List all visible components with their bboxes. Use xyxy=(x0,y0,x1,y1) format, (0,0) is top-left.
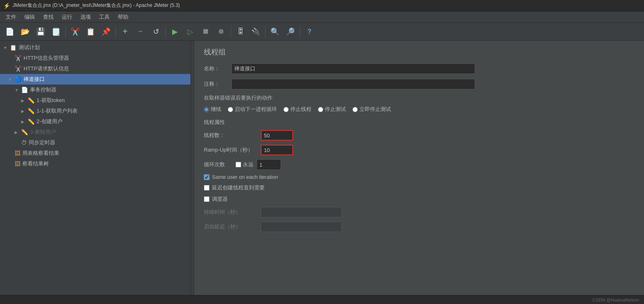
thread-props-label: 线程属性 xyxy=(204,119,634,126)
loop-forever-checkbox[interactable] xyxy=(236,162,241,167)
toolbar-run-nopause-btn[interactable]: ▷ xyxy=(183,24,198,39)
toolbar-shutdown-btn[interactable]: ⏺ xyxy=(214,24,229,39)
toolbar: 📄 📂 💾 🗒️ ✂️ 📋 📌 + − ↺ ▶ ▷ ⏹ ⏺ 🎛 🔌 🔍 🔎 ? xyxy=(0,23,644,41)
toolbar-cut-btn[interactable]: ✂️ xyxy=(68,24,82,39)
sidebar-item-transaction-ctrl[interactable]: ▼ 📄 事务控制器 xyxy=(0,85,190,95)
toolbar-open-btn[interactable]: 📂 xyxy=(18,24,32,39)
toolbar-saveas-btn[interactable]: 🗒️ xyxy=(49,24,63,39)
statusbar: CSDN @NoamaNelson xyxy=(0,295,644,304)
scheduler-text: 调度器 xyxy=(212,195,228,203)
radio-stop-test[interactable]: 停止测试 xyxy=(318,106,346,113)
radio-stop-immediate[interactable]: 立即停止测试 xyxy=(352,106,391,113)
toolbar-run-btn[interactable]: ▶ xyxy=(168,24,182,39)
sidebar-item-tree-result[interactable]: 🖼 察看结果树 xyxy=(0,159,190,169)
resize-handle[interactable]: ⋮ xyxy=(191,41,194,295)
loop-label: 循环次数 xyxy=(204,161,232,168)
duration-input[interactable] xyxy=(261,207,342,217)
label-table-result: 用表格察看结果 xyxy=(22,150,59,157)
label-http-defaults: HTTP请求默认信息 xyxy=(24,65,69,72)
toolbar-paste-btn[interactable]: 📌 xyxy=(99,24,113,39)
same-user-label[interactable]: Same user on each iteration xyxy=(204,174,278,180)
toolbar-remove-btn[interactable]: − xyxy=(133,24,148,39)
name-label: 名称： xyxy=(204,65,228,72)
sidebar-item-table-result[interactable]: 🖼 用表格察看结果 xyxy=(0,148,190,159)
thread-count-row: 线程数： xyxy=(204,130,634,141)
sidebar-item-chandao[interactable]: ▼ 🔵 禅道接口 xyxy=(0,74,190,85)
icon-sync-timer: ⏱ xyxy=(21,139,27,146)
menu-item-工具[interactable]: 工具 xyxy=(95,12,114,22)
radio-continue-input[interactable] xyxy=(204,107,209,112)
delay-create-checkbox[interactable] xyxy=(204,185,210,191)
label-delete-user: 3-删除用户 xyxy=(30,128,56,136)
toolbar-remote-start-btn[interactable]: 🎛 xyxy=(233,24,248,39)
label-create-user: 2-创建用户 xyxy=(37,118,63,125)
scheduler-checkbox[interactable] xyxy=(204,196,210,202)
radio-start-next-label: 启动下一进程循环 xyxy=(235,106,277,113)
toolbar-new-btn[interactable]: 📄 xyxy=(2,24,17,39)
name-input[interactable] xyxy=(231,63,475,74)
action-radio-group: 继续 启动下一进程循环 停止线程 停止测试 立即停止测试 xyxy=(204,106,634,113)
toolbar-search-btn[interactable]: 🔍 xyxy=(268,24,282,39)
menu-item-查找[interactable]: 查找 xyxy=(39,12,58,22)
duration-label: 持续时间（秒） xyxy=(204,208,261,216)
toolbar-add-btn[interactable]: + xyxy=(118,24,132,39)
radio-stop-test-input[interactable] xyxy=(318,107,323,112)
scheduler-label[interactable]: 调度器 xyxy=(204,195,228,203)
rampup-input[interactable] xyxy=(261,145,293,155)
label-tree-result: 察看结果树 xyxy=(22,160,49,167)
toolbar-help-btn[interactable]: ? xyxy=(302,24,317,39)
sidebar-item-test-plan[interactable]: ▼ 📋 测试计划 xyxy=(0,42,190,53)
sidebar-item-get-token[interactable]: ▶ ✏️ 1-获取token xyxy=(0,95,190,106)
radio-stop-thread[interactable]: 停止线程 xyxy=(283,106,311,113)
sidebar-item-get-users[interactable]: ▶ ✏️ 1-1-获取用户列表 xyxy=(0,106,190,116)
menu-item-帮助[interactable]: 帮助 xyxy=(114,12,132,22)
label-chandao: 禅道接口 xyxy=(24,76,45,83)
radio-continue[interactable]: 继续 xyxy=(204,106,221,113)
thread-count-input[interactable] xyxy=(261,130,293,141)
menu-item-文件[interactable]: 文件 xyxy=(2,12,20,22)
toolbar-sep-2 xyxy=(115,26,116,37)
sidebar-item-delete-user[interactable]: ▶ ✏️ 3-删除用户 xyxy=(0,127,190,137)
loop-value-input[interactable] xyxy=(257,159,281,170)
same-user-row: Same user on each iteration xyxy=(204,174,634,180)
loop-forever-label[interactable]: 永远 xyxy=(236,161,253,168)
toolbar-search2-btn[interactable]: 🔎 xyxy=(283,24,298,39)
sidebar-item-http-header[interactable]: ✂️ HTTP信息头管理器 xyxy=(0,53,190,63)
toolbar-save-btn[interactable]: 💾 xyxy=(33,24,48,39)
radio-start-next-input[interactable] xyxy=(228,107,233,112)
icon-get-token: ✏️ xyxy=(28,97,35,104)
toolbar-copy-btn[interactable]: 📋 xyxy=(83,24,98,39)
menu-item-编辑[interactable]: 编辑 xyxy=(20,12,39,22)
icon-http-header: ✂️ xyxy=(15,55,22,61)
panel-title: 线程组 xyxy=(204,47,634,57)
comment-input[interactable] xyxy=(231,79,475,89)
same-user-text: Same user on each iteration xyxy=(212,174,278,180)
radio-stop-thread-input[interactable] xyxy=(283,107,289,112)
toolbar-sep-3 xyxy=(165,26,166,37)
sidebar-item-http-defaults[interactable]: ✂️ HTTP请求默认信息 xyxy=(0,63,190,74)
delay-create-text: 延迟创建线程直到需要 xyxy=(212,184,265,191)
radio-stop-immediate-input[interactable] xyxy=(352,107,358,112)
icon-delete-user: ✏️ xyxy=(21,129,28,135)
same-user-checkbox[interactable] xyxy=(204,174,210,180)
sidebar-tree: ▼ 📋 测试计划 ✂️ HTTP信息头管理器 ✂️ HTTP请求默认信息 ▼ 🔵… xyxy=(0,41,191,295)
sidebar-item-create-user[interactable]: ▶ ✏️ 2-创建用户 xyxy=(0,116,190,127)
main-layout: ▼ 📋 测试计划 ✂️ HTTP信息头管理器 ✂️ HTTP请求默认信息 ▼ 🔵… xyxy=(0,41,644,295)
start-delay-input[interactable] xyxy=(261,221,342,232)
titlebar: ⚡ JMeter集合点.jmx (D:\A_jmeter_test\JMeter… xyxy=(0,0,644,11)
menu-item-选项[interactable]: 选项 xyxy=(76,12,95,22)
toolbar-stop-btn[interactable]: ⏹ xyxy=(199,24,213,39)
toolbar-clear-btn[interactable]: ↺ xyxy=(149,24,163,39)
content-panel: 线程组 名称： 注释： 在取样器错误后要执行的动作 继续 启动下一进程循环 停止 xyxy=(194,41,644,295)
label-sync-timer: 同步定时器 xyxy=(29,139,55,146)
radio-start-next[interactable]: 启动下一进程循环 xyxy=(228,106,277,113)
start-delay-label: 启动延迟（秒） xyxy=(204,223,261,230)
thread-count-label: 线程数： xyxy=(204,132,261,139)
icon-test-plan: 📋 xyxy=(10,44,17,51)
label-get-users: 1-1-获取用户列表 xyxy=(37,107,78,115)
delay-create-label[interactable]: 延迟创建线程直到需要 xyxy=(204,184,265,191)
comment-label: 注释： xyxy=(204,80,228,88)
menu-item-运行[interactable]: 运行 xyxy=(58,12,76,22)
toolbar-remote-stop-btn[interactable]: 🔌 xyxy=(249,24,263,39)
sidebar-item-sync-timer[interactable]: ⏱ 同步定时器 xyxy=(0,137,190,148)
